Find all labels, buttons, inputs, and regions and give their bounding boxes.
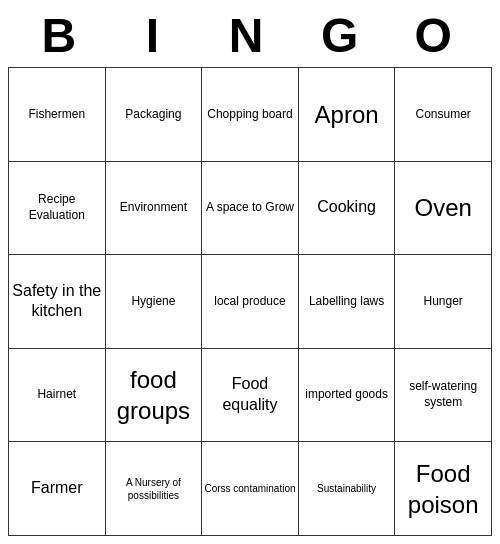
cell-r1-c0: Recipe Evaluation — [9, 161, 106, 255]
cell-r2-c2: local produce — [202, 255, 299, 349]
cell-r2-c1: Hygiene — [105, 255, 202, 349]
cell-r3-c0: Hairnet — [9, 348, 106, 442]
cell-r1-c1: Environment — [105, 161, 202, 255]
cell-r3-c4: self-watering system — [395, 348, 492, 442]
cell-r0-c2: Chopping board — [202, 68, 299, 162]
cell-r2-c0: Safety in the kitchen — [9, 255, 106, 349]
cell-r3-c2: Food equality — [202, 348, 299, 442]
cell-r3-c3: imported goods — [298, 348, 395, 442]
cell-r4-c1: A Nursery of possibilities — [105, 442, 202, 536]
bingo-header: B I N G O — [8, 8, 492, 63]
letter-g: G — [297, 8, 391, 63]
cell-r2-c4: Hunger — [395, 255, 492, 349]
cell-r1-c2: A space to Grow — [202, 161, 299, 255]
letter-n: N — [203, 8, 297, 63]
letter-i: I — [110, 8, 204, 63]
cell-r4-c0: Farmer — [9, 442, 106, 536]
cell-r1-c4: Oven — [395, 161, 492, 255]
bingo-grid: FishermenPackagingChopping boardApronCon… — [8, 67, 492, 536]
cell-r4-c2: Corss contamination — [202, 442, 299, 536]
cell-r0-c1: Packaging — [105, 68, 202, 162]
cell-r4-c4: Food poison — [395, 442, 492, 536]
cell-r3-c1: food groups — [105, 348, 202, 442]
cell-r2-c3: Labelling laws — [298, 255, 395, 349]
cell-r0-c0: Fishermen — [9, 68, 106, 162]
cell-r4-c3: Sustainability — [298, 442, 395, 536]
cell-r1-c3: Cooking — [298, 161, 395, 255]
letter-o: O — [390, 8, 484, 63]
cell-r0-c4: Consumer — [395, 68, 492, 162]
letter-b: B — [16, 8, 110, 63]
cell-r0-c3: Apron — [298, 68, 395, 162]
